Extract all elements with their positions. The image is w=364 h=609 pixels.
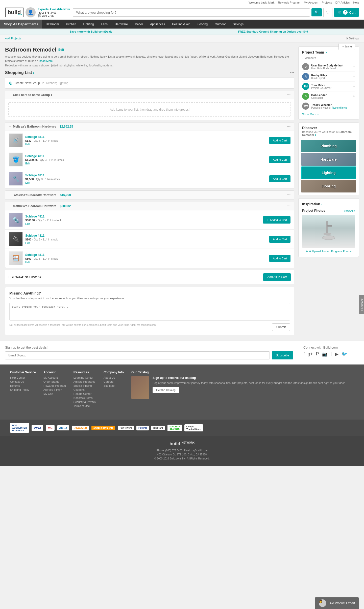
discover-dropdown[interactable]: ▾ [315,133,316,136]
group-2-name[interactable]: Melissa's Bathroom Hardware [13,125,56,128]
twitter-icon[interactable]: 🐦 [342,351,347,357]
group-4-collapse[interactable]: − [9,204,11,208]
product-6-edit[interactable]: Edit [25,261,267,264]
diy-link[interactable]: DIY Articles [335,1,350,4]
footer-security[interactable]: Security & Privacy [74,400,96,403]
product-2-add-cart[interactable]: Add to Cart [269,156,290,163]
feedback-textarea[interactable] [9,303,290,321]
add-all-to-cart-button[interactable]: Add All to Cart [263,273,291,281]
group-3-more[interactable]: ••• [287,193,290,197]
group-3-expand[interactable]: + [9,193,11,197]
invite-button[interactable]: ＋ Invite [338,43,355,50]
search-button[interactable]: 🔍 [311,8,322,16]
product-1-edit[interactable]: Edit [25,143,267,146]
nav-decor[interactable]: Decor [131,20,147,29]
footer-shipping-policy[interactable]: Shipping Policy [10,388,36,391]
footer-help-center[interactable]: Help Center [10,376,36,379]
create-group-row[interactable]: ⊕ Create New Group ie. Kitchen; Lighting [5,78,294,89]
live-chat-link[interactable]: 💬 Live Chat [38,14,70,17]
upload-photos-link[interactable]: ⊕ ⊕ Upload Project Progress Photos [302,250,355,253]
show-more-link[interactable]: Show More + [302,111,355,116]
group-4-name[interactable]: Matthew's Bedroom Hardware [13,204,56,208]
footer-my-cart[interactable]: My Cart [43,392,66,395]
logo[interactable]: build.com [5,8,23,17]
product-4-added-cart[interactable]: ✓ Added to Cart [263,216,290,224]
email-signup-input[interactable] [5,351,270,359]
footer-sitemap[interactable]: Site Map [104,384,124,387]
search-input[interactable] [73,8,310,17]
edit-project-link[interactable]: Edit [58,48,64,52]
account-link[interactable]: My Account [304,1,318,4]
resend-invite-link[interactable]: Resend Invite [332,106,347,109]
footer-terms[interactable]: Terms of Use [74,404,96,407]
group-4-more[interactable]: ••• [287,204,290,208]
settings-link[interactable]: ⚙ Settings [346,37,359,40]
product-1-name[interactable]: Schlage 4811 [25,135,267,139]
get-catalog-button[interactable]: Get the Catalog [153,387,179,393]
youtube-icon[interactable]: ▶ [335,351,338,357]
inspiration-chevron[interactable]: › [321,203,322,206]
group-1-name[interactable]: Click here to name Group 1 [13,93,52,97]
product-1-add-cart[interactable]: Add to Cart [269,137,290,144]
feedback-tab[interactable]: Feedback [359,295,364,314]
member-1-edit[interactable]: ✏ [353,65,355,68]
nav-lighting[interactable]: Lighting [80,20,97,29]
nav-outdoor[interactable]: Outdoor [211,20,229,29]
product-3-edit[interactable]: Edit [25,181,267,184]
product-3-add-cart[interactable]: Add to Cart [269,175,290,182]
breadcrumb-back[interactable]: ◂ All Projects [5,37,21,40]
footer-returns[interactable]: Returns [10,384,36,387]
footer-careers[interactable]: Careers [104,380,124,383]
footer-special-pricing[interactable]: Special Pricing [74,384,96,387]
discover-plumbing[interactable]: Plumbing [301,140,356,152]
member-2-edit[interactable]: ✏ [353,75,355,78]
promo-deals[interactable]: Save more with Build.com/Deals [0,29,182,35]
view-all-link[interactable]: View All › [344,209,355,212]
instagram-icon[interactable]: 📷 [322,351,328,357]
phone-number[interactable]: (800) 375-3403 [38,11,70,14]
facebook-icon[interactable]: f [303,351,305,357]
nav-kitchen[interactable]: Kitchen [62,20,80,29]
footer-pro[interactable]: Are you a Pro? [43,388,66,391]
rewards-link[interactable]: Rewards Program [278,1,300,4]
read-more-link[interactable]: Read More [39,59,53,62]
tumblr-icon[interactable]: t [331,351,332,357]
group-3-name[interactable]: Melissa's Bedroom Hardware [14,193,56,197]
discover-lighting[interactable]: Lighting [301,166,356,179]
product-3-name[interactable]: Schlage 4811 [25,174,267,177]
product-5-name[interactable]: Schlage 4811 [25,234,267,237]
wishlist-button[interactable]: ♡ [323,8,332,17]
footer-learning-center[interactable]: Learning Center [74,376,96,379]
product-5-edit[interactable]: Edit [25,241,267,245]
nav-heating[interactable]: Heating & Air [168,20,193,29]
product-4-edit[interactable]: Edit [25,222,260,225]
help-link[interactable]: Help [353,1,359,4]
discover-flooring[interactable]: Flooring [301,180,356,192]
footer-my-account[interactable]: My Account [43,376,66,379]
discover-hardware[interactable]: Hardware [301,153,356,166]
team-chevron[interactable]: › [326,50,327,54]
pinterest-icon[interactable]: P [316,351,319,357]
subscribe-button[interactable]: Subscribe [272,351,293,359]
product-6-name[interactable]: Schlage 4811 [25,253,267,257]
shopping-list-chevron[interactable]: › [33,70,34,75]
product-4-name[interactable]: Schlage 4811 [25,215,260,218]
member-4-edit[interactable]: ✏ [353,94,355,98]
product-2-name[interactable]: Schlage 4811 [25,154,267,158]
nav-savings[interactable]: Savings [229,20,247,29]
product-2-edit[interactable]: Edit [25,162,267,165]
footer-rewards[interactable]: Rewards Program [43,384,66,387]
group-1-more[interactable]: ••• [287,93,290,97]
shopping-list-more[interactable]: ••• [290,70,294,75]
nav-appliances[interactable]: Appliances [147,20,168,29]
footer-contact-us[interactable]: Contact Us [10,380,36,383]
group-2-more[interactable]: ••• [287,125,290,128]
footer-order-status[interactable]: Order Status [43,380,66,383]
footer-nonstock[interactable]: Nonstock Items [74,396,96,399]
projects-link[interactable]: Projects [322,1,332,4]
product-6-add-cart[interactable]: Add to Cart [269,255,290,262]
footer-coupons[interactable]: Coupons [74,388,96,391]
feedback-submit-button[interactable]: Submit [272,323,290,331]
footer-about[interactable]: About Us [104,376,124,379]
member-3-edit[interactable]: ✏ [353,85,355,88]
